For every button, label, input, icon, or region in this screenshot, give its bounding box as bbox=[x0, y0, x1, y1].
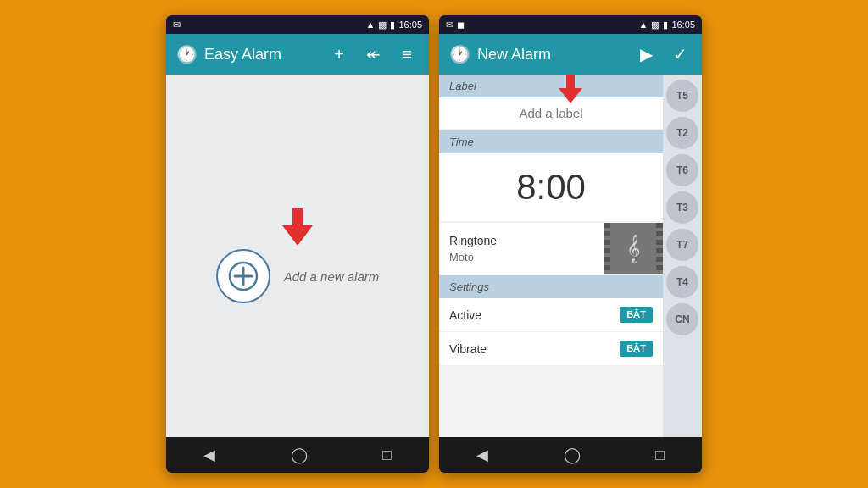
ringtone-name: Moto bbox=[449, 251, 593, 263]
active-toggle[interactable]: BẬT bbox=[620, 307, 653, 323]
active-label: Active bbox=[449, 308, 620, 322]
label-section-header: Label bbox=[439, 75, 663, 97]
vibrate-label: Vibrate bbox=[449, 342, 620, 356]
status-icons-left: ✉ bbox=[173, 19, 181, 30]
filter-button[interactable]: ≡ bbox=[395, 42, 419, 66]
left-app-actions: + ↞ ≡ bbox=[327, 42, 419, 66]
wifi-icon: ▲ bbox=[366, 19, 376, 30]
right-nav-bar: ◀ ◯ □ bbox=[439, 437, 702, 473]
home-button-right[interactable]: ◯ bbox=[564, 446, 581, 464]
right-arrow-shaft bbox=[566, 75, 575, 88]
left-app-title: Easy Alarm bbox=[204, 46, 320, 64]
active-row: Active BẬT bbox=[439, 298, 663, 332]
tab-t7[interactable]: T7 bbox=[666, 229, 698, 261]
tab-t3[interactable]: T3 bbox=[666, 191, 698, 224]
back-button-right[interactable]: ◀ bbox=[476, 446, 488, 464]
alarm-form: Label Time 8:00 Ringtone Moto bbox=[439, 75, 663, 437]
right-appbar-wrapper: 🕐 New Alarm ▶ ✓ bbox=[439, 34, 702, 75]
time-display-left: 16:05 bbox=[398, 19, 422, 30]
vibrate-row: Vibrate BẬT bbox=[439, 332, 663, 366]
left-phone: ✉ ▲ ▩ ▮ 16:05 🕐 Easy Alarm + ↞ ≡ bbox=[166, 15, 429, 473]
add-button-row: Add a new alarm bbox=[216, 249, 380, 303]
vibrate-toggle[interactable]: BẬT bbox=[620, 341, 653, 357]
label-section: Label bbox=[439, 75, 663, 129]
messenger-icon: ✉ bbox=[173, 19, 181, 30]
right-phone: ✉ ◼ ▲ ▩ ▮ 16:05 🕐 New Alarm ▶ ✓ bbox=[439, 15, 702, 473]
time-value[interactable]: 8:00 bbox=[439, 153, 663, 221]
arrow-head bbox=[282, 225, 313, 246]
red-arrow-left bbox=[282, 208, 313, 246]
clock-icon-right: 🕐 bbox=[449, 44, 470, 64]
right-status-bar-right: ▲ ▩ ▮ 16:05 bbox=[639, 19, 695, 30]
home-button-left[interactable]: ◯ bbox=[291, 446, 308, 464]
signal-icon-right: ▩ bbox=[651, 19, 659, 30]
tab-t2[interactable]: T2 bbox=[666, 117, 698, 149]
wifi-icon-right: ▲ bbox=[639, 19, 648, 30]
plus-icon bbox=[228, 261, 259, 291]
messenger-icon-right: ✉ bbox=[446, 19, 453, 30]
check-button[interactable]: ✓ bbox=[668, 42, 692, 66]
ringtone-info: Ringtone Moto bbox=[439, 225, 604, 272]
red-arrow-right bbox=[559, 75, 582, 103]
left-nav-bar: ◀ ◯ □ bbox=[166, 437, 429, 473]
settings-header: Settings bbox=[439, 275, 663, 298]
music-note-icon: 𝄞 bbox=[626, 235, 641, 263]
right-status-bar: ✉ ◼ ▲ ▩ ▮ 16:05 bbox=[439, 15, 702, 34]
left-app-bar: 🕐 Easy Alarm + ↞ ≡ bbox=[166, 34, 429, 75]
recents-button-left[interactable]: □ bbox=[382, 446, 392, 464]
tab-t6[interactable]: T6 bbox=[666, 154, 698, 186]
left-content-area: Add a new alarm bbox=[166, 75, 429, 437]
add-button-left[interactable]: + bbox=[327, 42, 351, 66]
recents-button-right[interactable]: □ bbox=[655, 446, 665, 464]
clock-icon-left: 🕐 bbox=[176, 44, 198, 64]
arrow-shaft bbox=[292, 208, 303, 225]
tab-t5[interactable]: T5 bbox=[666, 80, 698, 112]
signal-icon: ▩ bbox=[378, 19, 387, 30]
battery-icon-right: ▮ bbox=[663, 19, 668, 30]
add-alarm-wrapper: Add a new alarm bbox=[216, 208, 380, 303]
label-input[interactable] bbox=[439, 97, 663, 129]
time-section-header: Time bbox=[439, 130, 663, 153]
right-main-content: Label Time 8:00 Ringtone Moto bbox=[439, 75, 702, 437]
right-app-actions: ▶ ✓ bbox=[634, 42, 692, 66]
notification-icon: ◼ bbox=[457, 19, 465, 30]
right-app-title: New Alarm bbox=[477, 46, 627, 64]
tab-t4[interactable]: T4 bbox=[666, 266, 698, 298]
ringtone-thumbnail: 𝄞 bbox=[604, 223, 663, 274]
back-button-left[interactable]: ◀ bbox=[203, 446, 215, 464]
side-tabs: T5 T2 T6 T3 T7 T4 CN bbox=[663, 75, 702, 437]
play-button[interactable]: ▶ bbox=[634, 42, 658, 66]
ringtone-section[interactable]: Ringtone Moto 𝄞 bbox=[439, 223, 663, 274]
label-section-content bbox=[439, 97, 663, 129]
left-status-bar: ✉ ▲ ▩ ▮ 16:05 bbox=[166, 15, 429, 34]
ringtone-title: Ringtone bbox=[449, 234, 593, 247]
right-arrow-head bbox=[559, 88, 582, 103]
settings-section: Settings Active BẬT Vibrate BẬT bbox=[439, 275, 663, 366]
time-section: Time 8:00 bbox=[439, 130, 663, 221]
right-status-icons-left: ✉ ◼ bbox=[446, 19, 465, 30]
add-alarm-label: Add a new alarm bbox=[284, 269, 380, 284]
add-alarm-button[interactable] bbox=[216, 249, 270, 303]
right-app-bar: 🕐 New Alarm ▶ ✓ bbox=[439, 34, 702, 75]
battery-icon: ▮ bbox=[390, 19, 395, 30]
status-bar-right: ▲ ▩ ▮ 16:05 bbox=[366, 19, 422, 30]
share-button[interactable]: ↞ bbox=[361, 42, 385, 66]
time-display-right: 16:05 bbox=[671, 19, 695, 30]
tab-cn[interactable]: CN bbox=[666, 303, 698, 336]
